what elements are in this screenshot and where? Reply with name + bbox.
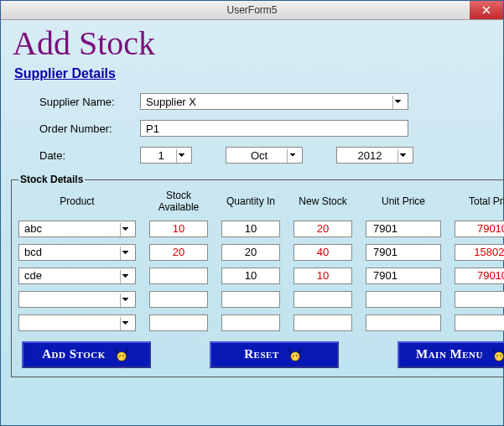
total-price-input[interactable] <box>455 268 504 284</box>
total-price-input[interactable] <box>455 291 504 308</box>
new-stock-input[interactable] <box>294 221 352 237</box>
supplier-name-select[interactable]: Supplier X <box>140 93 408 110</box>
close-icon <box>482 4 491 17</box>
svg-point-0 <box>117 351 126 361</box>
unit-price-input[interactable] <box>366 221 441 237</box>
date-selects: 1 Oct 2012 <box>140 147 413 164</box>
stock-details-legend: Stock Details <box>18 174 85 185</box>
reset-label: Reset <box>244 347 278 361</box>
stock-available-input[interactable] <box>149 244 208 261</box>
new-stock-input[interactable] <box>294 291 352 308</box>
supplier-details-header: Supplier Details <box>14 66 495 81</box>
total-price-input[interactable] <box>455 244 504 261</box>
stock-available-input[interactable] <box>149 291 208 308</box>
pikachu-icon <box>286 347 304 362</box>
col-new-stock: New Stock <box>294 196 352 208</box>
quantity-in-input[interactable] <box>221 268 280 284</box>
product-select[interactable] <box>18 291 136 308</box>
product-select[interactable]: cde <box>18 268 136 284</box>
quantity-in-input[interactable] <box>221 314 280 331</box>
svg-point-4 <box>123 356 125 358</box>
svg-point-7 <box>296 355 297 356</box>
svg-point-5 <box>290 351 299 361</box>
date-month-select[interactable]: Oct <box>226 147 303 164</box>
reset-button[interactable]: Reset <box>210 341 339 368</box>
svg-point-8 <box>292 356 294 358</box>
unit-price-input[interactable] <box>366 244 441 261</box>
add-stock-button[interactable]: Add Stock <box>22 341 151 368</box>
stock-details-fieldset: Stock Details Product Stock Available Qu… <box>11 174 504 377</box>
product-select[interactable]: abc <box>18 221 136 237</box>
svg-point-12 <box>500 355 501 356</box>
date-day-select[interactable]: 1 <box>140 147 192 164</box>
order-number-input[interactable] <box>140 120 408 137</box>
svg-point-10 <box>494 351 503 361</box>
date-label: Date: <box>39 149 140 162</box>
svg-point-9 <box>297 356 299 358</box>
quantity-in-input[interactable] <box>221 291 280 308</box>
stock-available-input[interactable] <box>149 221 208 237</box>
svg-point-14 <box>501 356 502 358</box>
svg-point-1 <box>119 355 120 356</box>
product-select[interactable] <box>18 314 136 331</box>
stock-available-input[interactable] <box>149 268 208 284</box>
unit-price-input[interactable] <box>366 314 441 331</box>
col-unit-price: Unit Price <box>366 196 441 208</box>
stock-grid: Product Stock Available Quantity In New … <box>18 190 504 331</box>
product-select[interactable]: bcd <box>18 244 136 261</box>
new-stock-input[interactable] <box>294 244 352 261</box>
pikachu-icon <box>112 347 131 362</box>
page-title: Add Stock <box>13 23 495 63</box>
pikachu-icon <box>490 347 504 362</box>
col-qty-in: Quantity In <box>221 196 280 208</box>
date-year-select[interactable]: 2012 <box>336 147 413 164</box>
unit-price-input[interactable] <box>366 291 441 308</box>
main-menu-button[interactable]: Main Menu <box>397 341 504 368</box>
svg-point-11 <box>496 355 497 356</box>
svg-point-3 <box>118 356 120 358</box>
total-price-input[interactable] <box>455 221 504 237</box>
col-total-price: Total Price <box>455 196 504 208</box>
svg-point-13 <box>496 356 497 358</box>
new-stock-input[interactable] <box>294 268 352 284</box>
window: UserForm5 Add Stock Supplier Details Sup… <box>0 0 504 426</box>
col-available: Stock Available <box>149 190 208 214</box>
unit-price-input[interactable] <box>366 268 441 284</box>
close-button[interactable] <box>470 1 503 19</box>
titlebar: UserForm5 <box>1 1 503 20</box>
total-price-input[interactable] <box>455 314 504 331</box>
order-number-label: Order Number: <box>39 122 140 135</box>
quantity-in-input[interactable] <box>221 221 280 237</box>
supplier-name-row: Supplier Name: Supplier X <box>39 93 495 110</box>
add-stock-label: Add Stock <box>42 347 106 361</box>
order-number-row: Order Number: <box>39 120 495 137</box>
svg-point-6 <box>293 355 294 356</box>
button-row: Add Stock Reset Main Menu <box>22 341 504 368</box>
window-title: UserForm5 <box>226 4 277 16</box>
new-stock-input[interactable] <box>294 314 352 331</box>
date-row: Date: 1 Oct 2012 <box>39 147 495 164</box>
col-product: Product <box>18 196 136 208</box>
stock-available-input[interactable] <box>149 314 208 331</box>
content: Add Stock Supplier Details Supplier Name… <box>1 20 503 386</box>
supplier-name-label: Supplier Name: <box>39 96 140 108</box>
quantity-in-input[interactable] <box>221 244 280 261</box>
main-menu-label: Main Menu <box>416 347 483 361</box>
svg-point-2 <box>122 355 123 356</box>
